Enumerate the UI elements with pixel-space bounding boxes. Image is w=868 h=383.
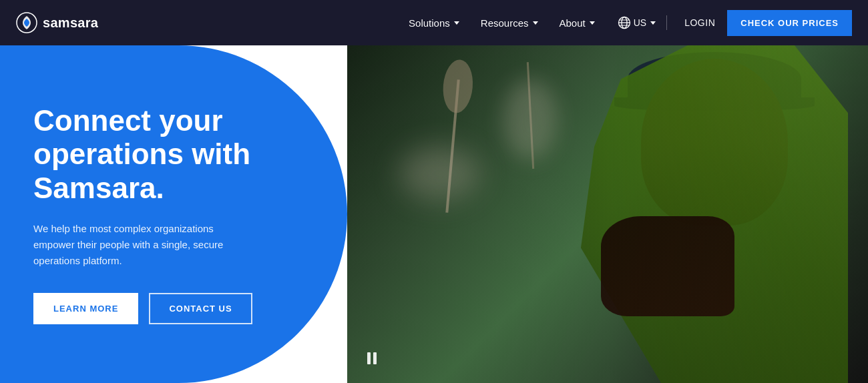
nav-divider xyxy=(666,15,667,30)
locale-label: US xyxy=(634,17,646,28)
check-prices-button[interactable]: CHECK OUR PRICES xyxy=(727,10,852,36)
hero-headline: Connect your operations with Samsara. xyxy=(33,104,307,206)
nav-solutions-label: Solutions xyxy=(409,17,450,29)
hero-buttons: LEARN MORE CONTACT US xyxy=(33,293,307,324)
video-pause-button[interactable] xyxy=(367,352,377,364)
globe-icon xyxy=(618,16,631,29)
nav-resources-label: Resources xyxy=(481,17,529,29)
nav-solutions[interactable]: Solutions xyxy=(399,12,469,34)
locale-chevron-icon xyxy=(650,21,656,25)
nav-resources[interactable]: Resources xyxy=(471,12,548,34)
hero-video-panel xyxy=(347,45,868,383)
contact-us-button[interactable]: CONTACT US xyxy=(149,293,252,324)
scene-overlay xyxy=(347,45,868,383)
logo[interactable]: samsara xyxy=(16,12,98,33)
nav-about-label: About xyxy=(560,17,586,29)
pause-bar-right xyxy=(373,352,377,364)
nav-right: US LOGIN CHECK OUR PRICES xyxy=(618,10,852,36)
nav-about-chevron-icon xyxy=(590,21,595,25)
navbar: samsara Solutions Resources About US xyxy=(0,0,868,45)
nav-solutions-chevron-icon xyxy=(454,21,459,25)
nav-about[interactable]: About xyxy=(550,12,604,34)
locale-selector[interactable]: US xyxy=(618,16,656,29)
nav-resources-chevron-icon xyxy=(533,21,538,25)
hero-left-panel: Connect your operations with Samsara. We… xyxy=(0,45,347,383)
nav-links: Solutions Resources About xyxy=(399,12,604,34)
hero-section: Connect your operations with Samsara. We… xyxy=(0,45,868,383)
samsara-logo-icon xyxy=(16,12,37,33)
login-button[interactable]: LOGIN xyxy=(678,13,722,32)
pause-bar-left xyxy=(367,352,371,364)
hero-subtext: We help the most complex organizations e… xyxy=(33,221,254,269)
logo-text: samsara xyxy=(43,15,98,31)
learn-more-button[interactable]: LEARN MORE xyxy=(33,293,138,324)
